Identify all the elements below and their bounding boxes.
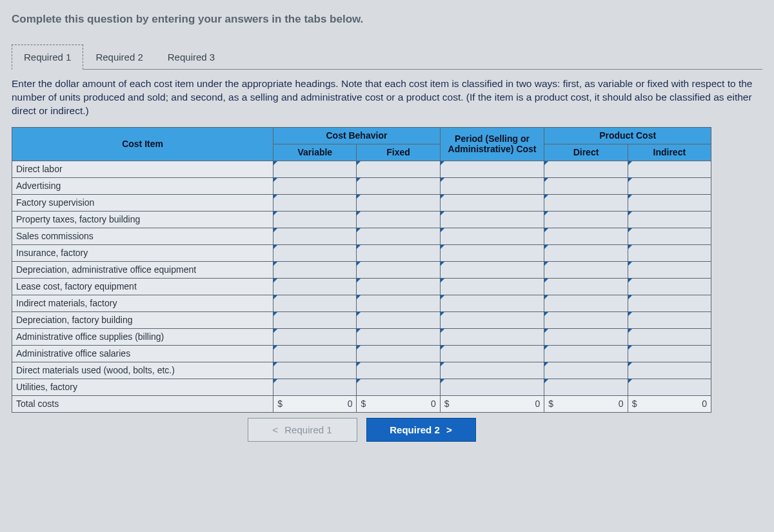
prev-button: < Required 1 (248, 418, 357, 442)
cell-fixed[interactable] (357, 194, 440, 211)
cell-fixed[interactable] (357, 295, 440, 311)
cell-fixed[interactable] (357, 345, 440, 362)
cell-variable[interactable] (273, 261, 357, 278)
cell-direct[interactable] (544, 379, 628, 395)
cell-indirect[interactable] (628, 278, 711, 295)
totals-label: Total costs (12, 395, 273, 412)
cell-indirect[interactable] (628, 362, 711, 379)
cell-direct[interactable] (544, 261, 628, 278)
cell-period[interactable] (440, 328, 544, 345)
chevron-right-icon: > (446, 424, 452, 435)
cell-direct[interactable] (544, 328, 628, 345)
nav-row: < Required 1 Required 2 > (12, 418, 711, 442)
cell-indirect[interactable] (628, 194, 711, 211)
row-label: Direct materials used (wood, bolts, etc.… (12, 362, 273, 379)
cell-fixed[interactable] (357, 211, 440, 228)
row-label: Advertising (12, 177, 273, 194)
cell-direct[interactable] (544, 278, 628, 295)
cell-direct[interactable] (544, 194, 628, 211)
cell-direct[interactable] (544, 362, 628, 379)
table-row: Depreciation, administrative office equi… (12, 261, 711, 278)
table-row: Direct labor (12, 161, 711, 177)
tab-required-2[interactable]: Required 2 (83, 44, 155, 70)
cell-indirect[interactable] (628, 261, 711, 278)
table-row: Lease cost, factory equipment (12, 278, 711, 295)
cell-indirect[interactable] (628, 379, 711, 395)
table-row: Property taxes, factory building (12, 211, 711, 228)
cell-indirect[interactable] (628, 328, 711, 345)
cost-table-body: Direct labor Advertising Factory supervi… (12, 161, 711, 412)
cell-period[interactable] (440, 161, 544, 177)
cell-fixed[interactable] (357, 261, 440, 278)
table-row: Depreciation, factory building (12, 311, 711, 328)
col-header-product-cost: Product Cost (544, 127, 711, 144)
col-header-period: Period (Selling or Administrative) Cost (440, 127, 544, 161)
table-row: Direct materials used (wood, bolts, etc.… (12, 362, 711, 379)
cell-fixed[interactable] (357, 328, 440, 345)
cell-direct[interactable] (544, 161, 628, 177)
cell-variable[interactable] (273, 228, 357, 244)
cell-direct[interactable] (544, 228, 628, 244)
cell-indirect[interactable] (628, 311, 711, 328)
cell-indirect[interactable] (628, 228, 711, 244)
cell-variable[interactable] (273, 345, 357, 362)
cell-indirect[interactable] (628, 211, 711, 228)
instruction-top: Complete this question by entering your … (12, 13, 762, 26)
cell-variable[interactable] (273, 295, 357, 311)
cell-variable[interactable] (273, 177, 357, 194)
cell-period[interactable] (440, 362, 544, 379)
cell-variable[interactable] (273, 362, 357, 379)
cell-variable[interactable] (273, 278, 357, 295)
cell-fixed[interactable] (357, 362, 440, 379)
cell-period[interactable] (440, 228, 544, 244)
cell-direct[interactable] (544, 177, 628, 194)
prev-button-label: Required 1 (284, 424, 332, 435)
cell-fixed[interactable] (357, 161, 440, 177)
cell-fixed[interactable] (357, 228, 440, 244)
table-row: Administrative office supplies (billing) (12, 328, 711, 345)
cell-variable[interactable] (273, 244, 357, 261)
cell-indirect[interactable] (628, 345, 711, 362)
tab-required-1[interactable]: Required 1 (12, 44, 83, 70)
cell-period[interactable] (440, 261, 544, 278)
cell-direct[interactable] (544, 311, 628, 328)
cell-fixed[interactable] (357, 379, 440, 395)
cell-period[interactable] (440, 379, 544, 395)
cell-period[interactable] (440, 345, 544, 362)
cell-variable[interactable] (273, 328, 357, 345)
row-label: Property taxes, factory building (12, 211, 273, 228)
cell-direct[interactable] (544, 295, 628, 311)
total-indirect: $0 (628, 395, 711, 412)
cell-direct[interactable] (544, 211, 628, 228)
cell-fixed[interactable] (357, 177, 440, 194)
cell-indirect[interactable] (628, 295, 711, 311)
cell-indirect[interactable] (628, 161, 711, 177)
cell-fixed[interactable] (357, 278, 440, 295)
cell-period[interactable] (440, 211, 544, 228)
cell-indirect[interactable] (628, 244, 711, 261)
cell-variable[interactable] (273, 211, 357, 228)
cell-variable[interactable] (273, 161, 357, 177)
cell-period[interactable] (440, 295, 544, 311)
tab-required-3[interactable]: Required 3 (155, 44, 227, 70)
cell-direct[interactable] (544, 244, 628, 261)
total-variable: $0 (273, 395, 357, 412)
cell-fixed[interactable] (357, 311, 440, 328)
cell-variable[interactable] (273, 311, 357, 328)
next-button[interactable]: Required 2 > (366, 418, 476, 442)
cell-period[interactable] (440, 244, 544, 261)
table-row: Indirect materials, factory (12, 295, 711, 311)
row-label: Depreciation, factory building (12, 311, 273, 328)
cell-fixed[interactable] (357, 244, 440, 261)
cost-table: Cost Item Cost Behavior Period (Selling … (12, 127, 711, 413)
cell-indirect[interactable] (628, 177, 711, 194)
cell-variable[interactable] (273, 379, 357, 395)
col-header-indirect: Indirect (628, 144, 711, 161)
cell-direct[interactable] (544, 345, 628, 362)
cell-period[interactable] (440, 177, 544, 194)
cell-period[interactable] (440, 311, 544, 328)
cell-period[interactable] (440, 194, 544, 211)
cell-variable[interactable] (273, 194, 357, 211)
col-header-cost-behavior: Cost Behavior (273, 127, 441, 144)
cell-period[interactable] (440, 278, 544, 295)
